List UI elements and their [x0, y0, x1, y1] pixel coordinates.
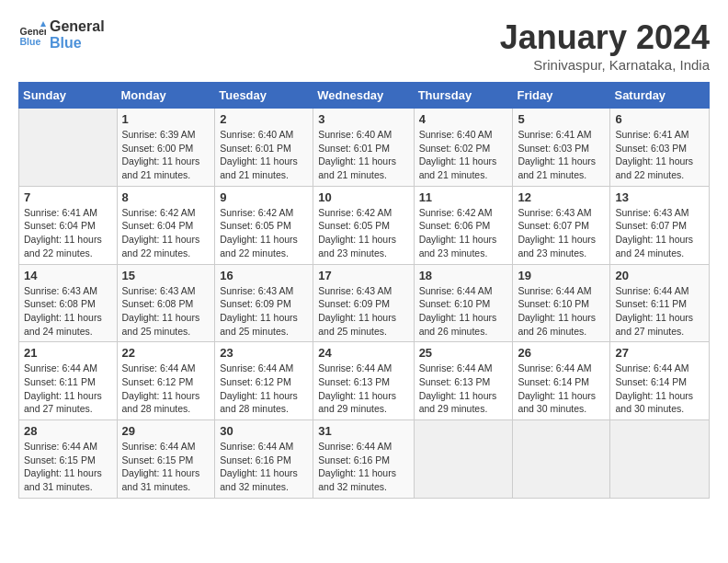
- day-number: 3: [318, 112, 408, 126]
- weekday-header-saturday: Saturday: [610, 83, 710, 109]
- sunset-text: Sunset: 6:12 PM: [122, 376, 194, 387]
- sunrise-text: Sunrise: 6:43 AM: [318, 285, 392, 296]
- sunrise-text: Sunrise: 6:43 AM: [24, 285, 97, 296]
- daylight-text: Daylight: 11 hours and 29 minutes.: [419, 390, 497, 415]
- day-number: 18: [419, 269, 508, 282]
- calendar-cell: 15 Sunrise: 6:43 AM Sunset: 6:08 PM Dayl…: [117, 264, 215, 342]
- sunrise-text: Sunrise: 6:44 AM: [24, 362, 97, 373]
- calendar-cell: 4 Sunrise: 6:40 AM Sunset: 6:02 PM Dayli…: [414, 109, 513, 187]
- day-number: 9: [220, 190, 308, 204]
- day-info: Sunrise: 6:44 AM Sunset: 6:16 PM Dayligh…: [318, 440, 408, 494]
- sunset-text: Sunset: 6:15 PM: [24, 454, 96, 465]
- day-number: 8: [122, 190, 210, 204]
- calendar-cell: 28 Sunrise: 6:44 AM Sunset: 6:15 PM Dayl…: [19, 420, 118, 499]
- weekday-header-wednesday: Wednesday: [313, 83, 414, 109]
- daylight-text: Daylight: 11 hours and 21 minutes.: [318, 155, 396, 180]
- day-info: Sunrise: 6:44 AM Sunset: 6:14 PM Dayligh…: [615, 362, 704, 416]
- sunrise-text: Sunrise: 6:43 AM: [518, 207, 591, 218]
- day-info: Sunrise: 6:44 AM Sunset: 6:11 PM Dayligh…: [24, 362, 112, 416]
- daylight-text: Daylight: 11 hours and 24 minutes.: [615, 234, 693, 259]
- daylight-text: Daylight: 11 hours and 24 minutes.: [24, 312, 102, 337]
- day-number: 11: [419, 190, 508, 204]
- sunrise-text: Sunrise: 6:44 AM: [615, 362, 688, 373]
- day-info: Sunrise: 6:43 AM Sunset: 6:07 PM Dayligh…: [615, 206, 704, 260]
- day-info: Sunrise: 6:44 AM Sunset: 6:13 PM Dayligh…: [318, 362, 408, 416]
- calendar-cell: 25 Sunrise: 6:44 AM Sunset: 6:13 PM Dayl…: [414, 342, 513, 420]
- calendar-cell: 20 Sunrise: 6:44 AM Sunset: 6:11 PM Dayl…: [610, 264, 710, 342]
- location-title: Srinivaspur, Karnataka, India: [500, 57, 710, 73]
- day-info: Sunrise: 6:43 AM Sunset: 6:09 PM Dayligh…: [318, 284, 408, 339]
- sunset-text: Sunset: 6:05 PM: [318, 220, 390, 231]
- calendar-cell: 9 Sunrise: 6:42 AM Sunset: 6:05 PM Dayli…: [215, 186, 313, 264]
- daylight-text: Daylight: 11 hours and 29 minutes.: [318, 390, 396, 415]
- day-number: 16: [220, 269, 308, 282]
- daylight-text: Daylight: 11 hours and 23 minutes.: [318, 234, 396, 259]
- sunset-text: Sunset: 6:12 PM: [220, 376, 291, 387]
- day-info: Sunrise: 6:41 AM Sunset: 6:03 PM Dayligh…: [518, 128, 605, 182]
- daylight-text: Daylight: 11 hours and 25 minutes.: [220, 312, 298, 337]
- calendar-cell: 17 Sunrise: 6:43 AM Sunset: 6:09 PM Dayl…: [313, 264, 414, 342]
- calendar-header: SundayMondayTuesdayWednesdayThursdayFrid…: [19, 83, 710, 109]
- sunrise-text: Sunrise: 6:44 AM: [615, 285, 688, 296]
- calendar-cell: 2 Sunrise: 6:40 AM Sunset: 6:01 PM Dayli…: [215, 109, 313, 187]
- sunrise-text: Sunrise: 6:43 AM: [220, 285, 293, 296]
- sunrise-text: Sunrise: 6:40 AM: [318, 129, 392, 140]
- sunset-text: Sunset: 6:04 PM: [24, 220, 96, 231]
- calendar-cell: 8 Sunrise: 6:42 AM Sunset: 6:04 PM Dayli…: [117, 186, 215, 264]
- calendar-cell: [610, 420, 710, 499]
- sunset-text: Sunset: 6:15 PM: [122, 454, 194, 465]
- calendar-cell: 5 Sunrise: 6:41 AM Sunset: 6:03 PM Dayli…: [513, 109, 610, 187]
- day-info: Sunrise: 6:40 AM Sunset: 6:01 PM Dayligh…: [220, 128, 308, 182]
- sunset-text: Sunset: 6:13 PM: [318, 376, 390, 387]
- calendar-cell: [414, 420, 513, 499]
- sunrise-text: Sunrise: 6:41 AM: [518, 129, 591, 140]
- calendar-cell: 29 Sunrise: 6:44 AM Sunset: 6:15 PM Dayl…: [117, 420, 215, 499]
- weekday-header-row: SundayMondayTuesdayWednesdayThursdayFrid…: [19, 83, 710, 109]
- day-number: 31: [318, 424, 408, 438]
- sunrise-text: Sunrise: 6:43 AM: [122, 285, 196, 296]
- calendar-cell: 1 Sunrise: 6:39 AM Sunset: 6:00 PM Dayli…: [117, 109, 215, 187]
- day-info: Sunrise: 6:42 AM Sunset: 6:06 PM Dayligh…: [419, 206, 508, 260]
- daylight-text: Daylight: 11 hours and 21 minutes.: [518, 155, 596, 180]
- day-number: 1: [122, 112, 210, 126]
- day-number: 6: [615, 112, 704, 126]
- daylight-text: Daylight: 11 hours and 21 minutes.: [122, 155, 200, 180]
- day-number: 12: [518, 190, 605, 204]
- day-info: Sunrise: 6:41 AM Sunset: 6:03 PM Dayligh…: [615, 128, 704, 182]
- logo-general-text: General: [50, 18, 105, 35]
- calendar-cell: 13 Sunrise: 6:43 AM Sunset: 6:07 PM Dayl…: [610, 186, 710, 264]
- svg-marker-2: [40, 21, 46, 27]
- daylight-text: Daylight: 11 hours and 28 minutes.: [220, 390, 298, 415]
- sunrise-text: Sunrise: 6:44 AM: [122, 441, 196, 452]
- day-number: 19: [518, 269, 605, 282]
- day-info: Sunrise: 6:43 AM Sunset: 6:08 PM Dayligh…: [122, 284, 210, 339]
- calendar-cell: 19 Sunrise: 6:44 AM Sunset: 6:10 PM Dayl…: [513, 264, 610, 342]
- sunrise-text: Sunrise: 6:39 AM: [122, 129, 196, 140]
- logo-icon: General Blue: [18, 21, 46, 49]
- sunrise-text: Sunrise: 6:42 AM: [318, 207, 392, 218]
- calendar-table: SundayMondayTuesdayWednesdayThursdayFrid…: [18, 82, 710, 499]
- svg-text:Blue: Blue: [20, 35, 41, 46]
- day-info: Sunrise: 6:43 AM Sunset: 6:09 PM Dayligh…: [220, 284, 308, 339]
- sunset-text: Sunset: 6:11 PM: [24, 376, 96, 387]
- calendar-cell: [513, 420, 610, 499]
- sunrise-text: Sunrise: 6:44 AM: [518, 285, 591, 296]
- sunset-text: Sunset: 6:13 PM: [419, 376, 491, 387]
- sunrise-text: Sunrise: 6:41 AM: [24, 207, 97, 218]
- sunrise-text: Sunrise: 6:42 AM: [220, 207, 293, 218]
- day-info: Sunrise: 6:44 AM Sunset: 6:15 PM Dayligh…: [24, 440, 112, 494]
- daylight-text: Daylight: 11 hours and 23 minutes.: [419, 234, 497, 259]
- weekday-header-thursday: Thursday: [414, 83, 513, 109]
- calendar-cell: 12 Sunrise: 6:43 AM Sunset: 6:07 PM Dayl…: [513, 186, 610, 264]
- day-number: 5: [518, 112, 605, 126]
- sunset-text: Sunset: 6:01 PM: [318, 143, 390, 154]
- sunrise-text: Sunrise: 6:42 AM: [122, 207, 196, 218]
- day-number: 4: [419, 112, 508, 126]
- daylight-text: Daylight: 11 hours and 25 minutes.: [122, 312, 200, 337]
- sunset-text: Sunset: 6:05 PM: [220, 220, 291, 231]
- calendar-cell: 16 Sunrise: 6:43 AM Sunset: 6:09 PM Dayl…: [215, 264, 313, 342]
- calendar-cell: 27 Sunrise: 6:44 AM Sunset: 6:14 PM Dayl…: [610, 342, 710, 420]
- sunset-text: Sunset: 6:16 PM: [220, 454, 291, 465]
- calendar-cell: 10 Sunrise: 6:42 AM Sunset: 6:05 PM Dayl…: [313, 186, 414, 264]
- daylight-text: Daylight: 11 hours and 32 minutes.: [220, 467, 298, 492]
